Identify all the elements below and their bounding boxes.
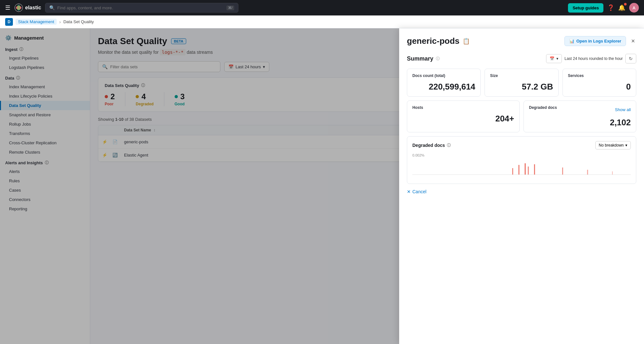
degraded-docs-value: 2,102 [529, 118, 631, 128]
flyout-close-button[interactable]: × [630, 36, 636, 46]
search-icon: 🔍 [49, 5, 55, 10]
docs-count-label: Docs count (total) [412, 73, 475, 78]
docs-count-card: Docs count (total) 220,599,614 [407, 69, 481, 97]
size-label: Size [490, 73, 553, 78]
search-shortcut: ⌘/ [226, 5, 234, 10]
global-search[interactable]: 🔍 ⌘/ [45, 3, 238, 13]
help-icon[interactable]: ❓ [607, 4, 614, 11]
breadcrumb-d-icon: D [5, 18, 13, 26]
flyout-panel: generic-pods 📋 📊 Open in Logs Explorer ×… [399, 28, 644, 344]
top-navigation: ☰ elastic 🔍 ⌘/ Setup guides ❓ 🔔 A [0, 0, 644, 15]
x-icon: ✕ [407, 189, 411, 194]
size-value: 57.2 GB [490, 82, 553, 92]
services-card: Services 0 [562, 69, 636, 97]
chart-area-header: Degraded docs ⓘ No breakdown ▾ [412, 141, 631, 149]
hosts-label: Hosts [412, 105, 514, 110]
calendar-icon: 📅 [550, 56, 554, 61]
svg-rect-8 [528, 167, 529, 175]
chart-icon: 📊 [569, 39, 574, 43]
time-selector: 📅 ▾ Last 24 hours rounded to the hour ↻ [546, 54, 636, 63]
flyout-summary-header: Summary ⓘ 📅 ▾ Last 24 hours rounded to t… [407, 54, 636, 63]
degraded-docs-card-label: Degraded docs [529, 105, 557, 110]
flyout-bottom: ✕ Cancel [407, 189, 636, 194]
chart-svg [412, 158, 631, 178]
size-card: Size 57.2 GB [485, 69, 558, 97]
docs-count-value: 220,599,614 [412, 82, 475, 92]
cancel-label: Cancel [412, 189, 427, 194]
svg-rect-11 [587, 170, 588, 175]
flyout-title-doc-icon[interactable]: 📋 [463, 38, 470, 45]
chart-canvas: 0.002% [412, 153, 631, 179]
nav-right: Setup guides ❓ 🔔 A [568, 3, 639, 13]
cancel-button[interactable]: ✕ Cancel [407, 189, 427, 194]
elastic-logo[interactable]: elastic [14, 3, 41, 12]
search-input[interactable] [57, 5, 224, 10]
services-label: Services [568, 73, 631, 78]
chevron-icon: ▾ [556, 56, 558, 61]
degraded-docs-card: Degraded docs Show all 2,102 [524, 100, 636, 132]
summary-info-icon[interactable]: ⓘ [436, 56, 440, 62]
notifications-icon[interactable]: 🔔 [618, 4, 625, 11]
chart-title: Degraded docs ⓘ [412, 143, 451, 148]
degraded-docs-chart: Degraded docs ⓘ No breakdown ▾ 0.002% [407, 136, 636, 184]
svg-rect-10 [562, 167, 563, 175]
flyout-title-row: generic-pods 📋 [407, 36, 470, 46]
flyout-title: generic-pods [407, 36, 459, 46]
svg-rect-12 [612, 171, 613, 175]
time-label: Last 24 hours rounded to the hour [564, 56, 623, 61]
time-dropdown[interactable]: 📅 ▾ [546, 54, 562, 63]
open-logs-explorer-button[interactable]: 📊 Open in Logs Explorer [564, 36, 626, 46]
avatar[interactable]: A [629, 3, 639, 13]
notification-badge [624, 3, 627, 5]
chart-label: Degraded docs [412, 143, 445, 148]
svg-rect-7 [525, 163, 526, 175]
chart-y-label: 0.002% [412, 153, 631, 157]
chevron-down-icon: ▾ [625, 143, 627, 148]
svg-point-3 [16, 5, 21, 10]
summary-cards-row2: Hosts 204+ Degraded docs Show all 2,102 [407, 100, 636, 132]
show-all-link[interactable]: Show all [615, 107, 631, 112]
refresh-button[interactable]: ↻ [625, 54, 636, 63]
chart-info-icon[interactable]: ⓘ [447, 143, 451, 148]
breadcrumb: D Stack Management › Data Set Quality [0, 15, 644, 28]
svg-rect-9 [534, 164, 535, 175]
services-value: 0 [568, 82, 631, 92]
hosts-card: Hosts 204+ [407, 100, 520, 132]
open-logs-label: Open in Logs Explorer [576, 39, 621, 43]
summary-title: Summary [407, 55, 433, 62]
hamburger-menu[interactable]: ☰ [5, 4, 10, 11]
breadcrumb-stack-management[interactable]: Stack Management [15, 19, 57, 25]
summary-cards-row1: Docs count (total) 220,599,614 Size 57.2… [407, 69, 636, 97]
breadcrumb-current-page: Data Set Quality [63, 19, 94, 24]
breadcrumb-separator: › [59, 19, 61, 24]
no-breakdown-dropdown[interactable]: No breakdown ▾ [595, 141, 631, 149]
svg-rect-6 [518, 165, 519, 175]
hosts-value: 204+ [412, 114, 514, 124]
svg-rect-5 [512, 168, 513, 175]
logo-text: elastic [25, 5, 41, 11]
flyout-header: generic-pods 📋 📊 Open in Logs Explorer × [407, 36, 636, 46]
no-breakdown-label: No breakdown [599, 143, 624, 148]
setup-guides-button[interactable]: Setup guides [568, 3, 603, 13]
